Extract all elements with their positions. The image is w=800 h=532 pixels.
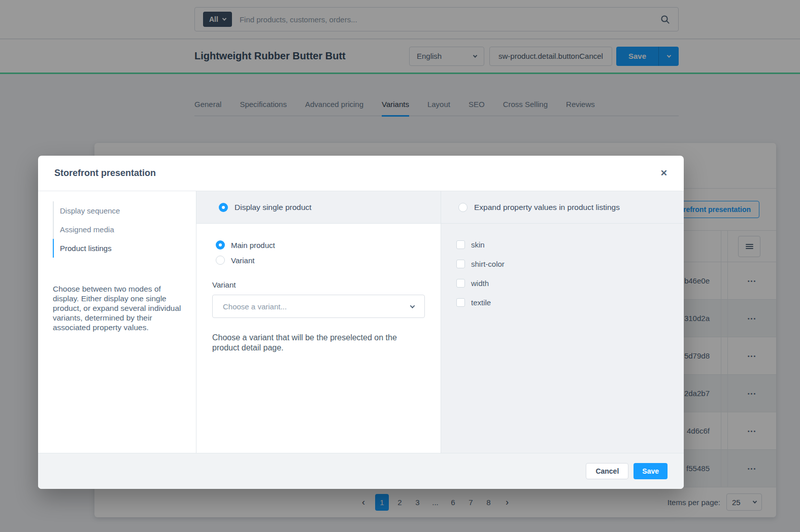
modal-body: Display sequence Assigned media Product …: [38, 191, 684, 453]
modal-sidebar: Display sequence Assigned media Product …: [38, 191, 196, 453]
variant-select-placeholder: Choose a variant...: [223, 302, 287, 311]
sidebar-item-display-sequence[interactable]: Display sequence: [53, 201, 183, 220]
close-icon[interactable]: ✕: [660, 168, 668, 179]
modal-cancel-button[interactable]: Cancel: [586, 463, 628, 479]
display-single-product-radio[interactable]: [219, 203, 228, 212]
shirt-color-checkbox[interactable]: [456, 260, 465, 268]
mode-description: Choose between two modes of display. Eit…: [53, 284, 183, 332]
modal-title: Storefront presentation: [54, 168, 660, 179]
variant-radio[interactable]: [216, 256, 225, 265]
main-product-radio[interactable]: [216, 240, 225, 250]
chevron-down-icon: [410, 303, 415, 308]
single-product-column: Display single product Main product Vari…: [196, 191, 441, 453]
expand-properties-radio[interactable]: [458, 203, 468, 212]
skin-label: skin: [471, 240, 485, 249]
single-product-option: Display single product: [196, 191, 441, 224]
property-option-textile: textile: [456, 296, 684, 308]
width-label: width: [471, 279, 489, 288]
sidebar-item-assigned-media[interactable]: Assigned media: [53, 220, 183, 239]
main-product-label: Main product: [231, 241, 275, 250]
modal-header: Storefront presentation ✕: [38, 156, 684, 191]
modal-footer: Cancel Save: [38, 453, 684, 489]
textile-label: textile: [471, 298, 491, 307]
main-product-option: Main product: [216, 239, 425, 251]
expand-properties-label: Expand property values in product listin…: [474, 203, 620, 212]
product-detail-page: All Lightweight Rubber Butter Butt Engli…: [0, 0, 800, 532]
sidebar-item-product-listings[interactable]: Product listings: [53, 239, 183, 258]
variant-help-text: Choose a variant that will be the presel…: [212, 333, 422, 352]
width-checkbox[interactable]: [456, 279, 465, 288]
modal-save-button[interactable]: Save: [634, 463, 668, 479]
shirt-color-label: shirt-color: [471, 260, 505, 268]
textile-checkbox[interactable]: [456, 298, 465, 307]
property-option-width: width: [456, 277, 684, 289]
storefront-presentation-modal: Storefront presentation ✕ Display sequen…: [38, 156, 684, 489]
property-option-shirt-color: shirt-color: [456, 258, 684, 270]
display-single-product-label: Display single product: [235, 203, 312, 212]
skin-checkbox[interactable]: [456, 240, 465, 249]
property-option-skin: skin: [456, 238, 684, 251]
variant-option: Variant: [216, 254, 425, 266]
expand-properties-column: Expand property values in product listin…: [441, 191, 684, 453]
expand-properties-option: Expand property values in product listin…: [441, 191, 684, 224]
variant-select[interactable]: Choose a variant...: [212, 295, 425, 318]
variant-radio-label: Variant: [231, 256, 254, 265]
variant-field-label: Variant: [212, 280, 425, 289]
